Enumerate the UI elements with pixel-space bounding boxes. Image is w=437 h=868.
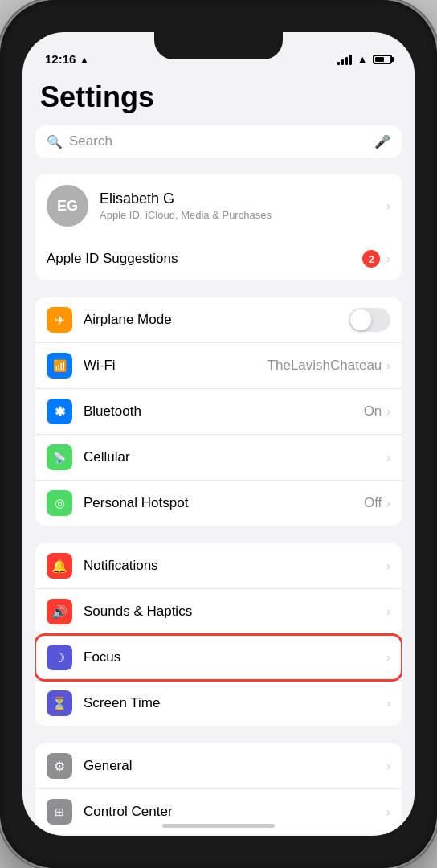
- wifi-value: TheLavishChateau: [268, 358, 382, 374]
- apple-id-label: Apple ID Suggestions: [47, 251, 362, 267]
- chevron-icon: ›: [386, 605, 390, 618]
- search-placeholder: Search: [69, 133, 368, 149]
- profile-info: Elisabeth G Apple ID, iCloud, Media & Pu…: [100, 190, 386, 221]
- chevron-icon: ›: [386, 697, 390, 710]
- connectivity-section[interactable]: ✈ Airplane Mode 📶 Wi-Fi TheLavishChateau…: [35, 297, 402, 526]
- focus-label: Focus: [84, 649, 386, 665]
- hotspot-icon: ◎: [47, 490, 72, 516]
- bluetooth-label: Bluetooth: [84, 403, 364, 420]
- avatar: EG: [47, 185, 88, 227]
- chevron-icon: ›: [386, 252, 390, 265]
- chevron-icon: ›: [386, 451, 390, 464]
- hotspot-value: Off: [364, 495, 382, 511]
- sounds-label: Sounds & Haptics: [84, 604, 386, 620]
- notifications-item[interactable]: 🔔 Notifications ›: [35, 543, 402, 589]
- focus-item[interactable]: ☽ Focus ›: [35, 635, 402, 681]
- notifications-label: Notifications: [84, 558, 386, 574]
- general-item[interactable]: ⚙ General ›: [35, 743, 402, 789]
- phone-screen: 12:16 ▲ ▲ Settings: [22, 32, 415, 836]
- general-icon: ⚙: [47, 753, 72, 779]
- apple-id-suggestions-item[interactable]: Apple ID Suggestions 2 ›: [35, 238, 402, 280]
- chevron-icon: ›: [386, 760, 390, 772]
- cellular-label: Cellular: [84, 449, 386, 465]
- chevron-icon: ›: [386, 497, 390, 510]
- focus-icon: ☽: [47, 645, 72, 670]
- profile-subtitle: Apple ID, iCloud, Media & Purchases: [100, 209, 386, 221]
- bluetooth-item[interactable]: ✱ Bluetooth On ›: [35, 389, 402, 435]
- notifications-section[interactable]: 🔔 Notifications › 🔊 Sounds & Haptics ›: [35, 543, 402, 726]
- notifications-icon: 🔔: [47, 553, 72, 579]
- battery-icon: [373, 55, 392, 64]
- airplane-mode-toggle[interactable]: [349, 308, 390, 332]
- screentime-icon: ⏳: [47, 690, 72, 716]
- screentime-item[interactable]: ⏳ Screen Time ›: [35, 681, 402, 726]
- status-time: 12:16 ▲: [45, 52, 88, 66]
- page-title: Settings: [22, 72, 415, 125]
- screen-content[interactable]: Settings 🔍 Search 🎤 EG Elisabeth G Apple…: [22, 72, 415, 836]
- time-display: 12:16: [45, 52, 76, 66]
- airplane-mode-item[interactable]: ✈ Airplane Mode: [35, 297, 402, 343]
- wifi-item[interactable]: 📶 Wi-Fi TheLavishChateau ›: [35, 343, 402, 389]
- general-section[interactable]: ⚙ General › ⊞ Control Center ›: [35, 743, 402, 834]
- airplane-mode-label: Airplane Mode: [84, 312, 349, 328]
- cellular-icon: 📡: [47, 444, 72, 470]
- hotspot-label: Personal Hotspot: [84, 495, 364, 511]
- chevron-icon: ›: [386, 559, 390, 572]
- signal-icon: [337, 54, 352, 65]
- user-icon: ▲: [80, 55, 88, 64]
- phone-frame: 12:16 ▲ ▲ Settings: [0, 0, 437, 868]
- controlcenter-label: Control Center: [84, 804, 386, 820]
- chevron-icon: ›: [386, 805, 390, 818]
- apple-id-badge: 2: [362, 250, 380, 268]
- hotspot-item[interactable]: ◎ Personal Hotspot Off ›: [35, 481, 402, 526]
- chevron-icon: ›: [386, 405, 390, 418]
- profile-name: Elisabeth G: [100, 190, 386, 207]
- controlcenter-icon: ⊞: [47, 799, 72, 825]
- cellular-item[interactable]: 📡 Cellular ›: [35, 435, 402, 481]
- status-icons: ▲: [337, 53, 392, 66]
- microphone-icon[interactable]: 🎤: [374, 134, 390, 149]
- chevron-icon: ›: [386, 199, 390, 212]
- notch: [154, 32, 283, 59]
- search-bar[interactable]: 🔍 Search 🎤: [35, 125, 402, 158]
- general-label: General: [84, 758, 386, 774]
- wifi-label: Wi-Fi: [84, 358, 268, 374]
- chevron-icon: ›: [386, 651, 390, 664]
- sounds-item[interactable]: 🔊 Sounds & Haptics ›: [35, 589, 402, 635]
- home-indicator[interactable]: [162, 824, 275, 828]
- sounds-icon: 🔊: [47, 599, 72, 624]
- chevron-icon: ›: [386, 359, 390, 372]
- search-icon: 🔍: [47, 134, 63, 149]
- profile-item[interactable]: EG Elisabeth G Apple ID, iCloud, Media &…: [35, 174, 402, 238]
- airplane-mode-icon: ✈: [47, 307, 72, 333]
- screentime-label: Screen Time: [84, 695, 386, 711]
- wifi-icon: 📶: [47, 353, 72, 379]
- bluetooth-value: On: [364, 403, 382, 420]
- bluetooth-icon: ✱: [47, 399, 72, 424]
- wifi-status-icon: ▲: [357, 53, 368, 66]
- profile-section[interactable]: EG Elisabeth G Apple ID, iCloud, Media &…: [35, 174, 402, 280]
